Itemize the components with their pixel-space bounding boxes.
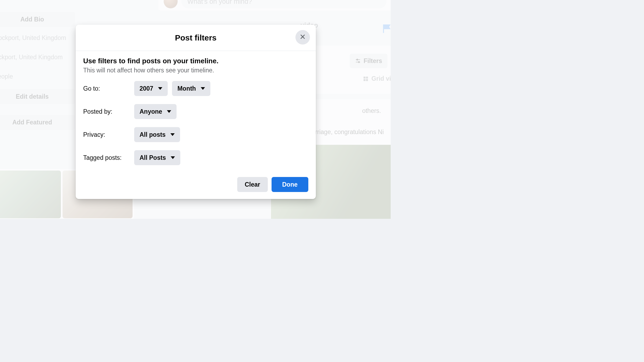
clear-button[interactable]: Clear — [237, 177, 268, 192]
dropdown-posted-by-value: Anyone — [140, 108, 162, 115]
modal-title: Post filters — [175, 33, 217, 42]
row-privacy: Privacy: All posts — [83, 127, 308, 142]
modal-header: Post filters — [76, 25, 316, 51]
label-privacy: Privacy: — [83, 131, 134, 138]
modal-body: Use filters to find posts on your timeli… — [76, 51, 316, 177]
post-filters-modal: Post filters Use filters to find posts o… — [76, 25, 316, 199]
row-tagged: Tagged posts: All Posts — [83, 150, 308, 165]
chevron-down-icon — [158, 87, 162, 90]
label-posted-by: Posted by: — [83, 108, 134, 115]
row-go-to: Go to: 2007 Month — [83, 81, 308, 96]
filter-heading: Use filters to find posts on your timeli… — [83, 57, 308, 65]
dropdown-month[interactable]: Month — [172, 81, 210, 96]
chevron-down-icon — [170, 133, 175, 136]
modal-footer: Clear Done — [76, 177, 316, 199]
close-icon — [300, 34, 306, 41]
label-tagged: Tagged posts: — [83, 154, 134, 161]
chevron-down-icon — [171, 156, 175, 159]
done-button[interactable]: Done — [272, 177, 309, 192]
close-button[interactable] — [295, 30, 310, 45]
label-go-to: Go to: — [83, 85, 134, 92]
row-posted-by: Posted by: Anyone — [83, 104, 308, 119]
chevron-down-icon — [167, 110, 171, 113]
dropdown-privacy-value: All posts — [140, 131, 166, 138]
chevron-down-icon — [201, 87, 205, 90]
dropdown-year-value: 2007 — [140, 85, 153, 92]
dropdown-year[interactable]: 2007 — [134, 81, 168, 96]
dropdown-tagged-value: All Posts — [140, 154, 166, 161]
dropdown-tagged[interactable]: All Posts — [134, 150, 180, 165]
dropdown-month-value: Month — [177, 85, 196, 92]
dropdown-posted-by[interactable]: Anyone — [134, 104, 177, 119]
dropdown-privacy[interactable]: All posts — [134, 127, 180, 142]
filter-subheading: This will not affect how others see your… — [83, 67, 308, 74]
